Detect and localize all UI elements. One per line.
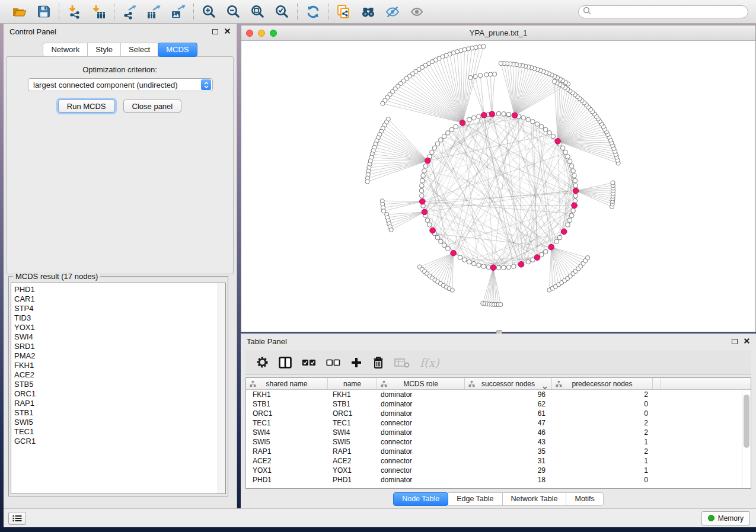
column-header-successor-nodes[interactable]: successor nodes — [465, 378, 552, 389]
refresh-icon[interactable] — [301, 2, 325, 22]
mcds-result-item[interactable]: PMA2 — [11, 351, 225, 361]
select-all-icon[interactable] — [302, 355, 316, 370]
eye-icon[interactable] — [404, 2, 429, 22]
close-panel-icon[interactable] — [224, 27, 231, 36]
table-row[interactable]: SWI4SWI4dominator462 — [246, 428, 751, 437]
memory-button[interactable]: Memory — [701, 511, 750, 525]
tab-select[interactable]: Select — [120, 43, 158, 57]
eye-slash-icon[interactable] — [380, 2, 404, 22]
table-cell: 43 — [465, 437, 552, 447]
table-row[interactable]: FKH1FKH1dominator962 — [246, 390, 751, 399]
save-icon[interactable] — [31, 2, 56, 22]
import-table-icon[interactable] — [87, 2, 111, 22]
table-scrollbar[interactable] — [744, 395, 749, 448]
table-row[interactable]: TEC1TEC1connector472 — [246, 418, 751, 428]
float-panel-icon[interactable] — [212, 29, 218, 34]
zoom-fit-icon[interactable] — [245, 2, 270, 22]
network-window-title: YPA_prune.txt_1 — [241, 28, 755, 37]
unselect-all-icon[interactable] — [326, 355, 340, 370]
export-network-icon[interactable] — [117, 2, 142, 22]
table-row[interactable]: STB1STB1dominator620 — [246, 399, 751, 409]
float-panel-icon[interactable] — [732, 339, 738, 344]
mcds-result-item[interactable]: RAP1 — [11, 399, 225, 408]
mcds-result-item[interactable]: PHD1 — [11, 285, 225, 294]
mcds-result-item[interactable]: FKH1 — [11, 361, 225, 370]
zoom-out-icon[interactable] — [221, 2, 245, 22]
close-panel-icon[interactable] — [744, 337, 750, 346]
table-row[interactable]: SWI5SWI5connector431 — [246, 437, 751, 447]
zoom-selected-icon[interactable] — [270, 2, 294, 22]
export-table-icon[interactable] — [142, 2, 166, 22]
task-history-button[interactable] — [8, 512, 26, 525]
criterion-label: Optimization criterion: — [7, 65, 233, 74]
tree-icon — [556, 380, 562, 389]
mcds-result-item[interactable]: YOX1 — [11, 323, 225, 332]
mcds-result-scrollbar[interactable] — [218, 283, 225, 493]
close-panel-button[interactable]: Close panel — [123, 100, 182, 113]
table-row[interactable]: ACE2ACE2connector311 — [246, 456, 751, 466]
table-row[interactable]: RAP1RAP1dominator352 — [246, 447, 751, 456]
show-columns-icon[interactable] — [279, 355, 292, 370]
tree-icon — [468, 380, 475, 389]
sort-desc-icon — [543, 383, 547, 391]
tab-style[interactable]: Style — [87, 43, 121, 57]
search-icon — [583, 7, 591, 17]
tab-network[interactable]: Network — [43, 43, 88, 57]
tab-edge-table[interactable]: Edge Table — [448, 492, 502, 506]
control-panel: Control Panel NetworkStyleSelectMCDS Opt… — [4, 24, 237, 508]
zoom-in-icon[interactable] — [197, 2, 221, 22]
column-header-shared-name[interactable]: shared name — [246, 378, 328, 389]
table-row[interactable]: ORC1ORC1dominator610 — [246, 409, 751, 418]
delete-table-icon[interactable] — [394, 355, 410, 370]
mcds-result-item[interactable]: SWI5 — [11, 418, 225, 427]
mcds-result-item[interactable]: ACE2 — [11, 370, 225, 380]
mcds-result-item[interactable]: SRD1 — [11, 342, 225, 351]
table-row[interactable]: YOX1YOX1connector291 — [246, 466, 751, 475]
add-row-icon[interactable] — [350, 355, 362, 370]
mcds-result-item[interactable]: GCR1 — [11, 437, 225, 446]
table-settings-icon[interactable] — [256, 355, 269, 370]
table-cell: 29 — [465, 466, 552, 475]
mcds-result-item[interactable]: STB1 — [11, 408, 225, 418]
tab-motifs[interactable]: Motifs — [566, 492, 603, 506]
search-field[interactable] — [578, 5, 748, 18]
binoculars-icon[interactable] — [356, 2, 380, 22]
mcds-result-item[interactable]: SWI4 — [11, 332, 225, 342]
table-cell: 0 — [552, 409, 653, 418]
column-header-stub — [653, 378, 661, 389]
network-canvas[interactable] — [241, 41, 755, 332]
network-graph[interactable] — [241, 41, 755, 332]
open-folder-icon[interactable] — [7, 2, 31, 22]
column-header-predecessor-nodes[interactable]: predecessor nodes — [552, 378, 653, 389]
table-cell: 62 — [465, 399, 552, 409]
mcds-result-item[interactable]: ORC1 — [11, 389, 225, 399]
tab-node-table[interactable]: Node Table — [393, 492, 448, 506]
table-cell: dominator — [377, 390, 465, 399]
export-image-icon[interactable] — [166, 2, 190, 22]
mcds-result-item[interactable]: TID3 — [11, 313, 225, 323]
run-mcds-button[interactable]: Run MCDS — [58, 100, 115, 113]
delete-row-icon[interactable] — [372, 355, 384, 370]
mcds-result-item[interactable]: CAR1 — [11, 294, 225, 304]
tab-network-table[interactable]: Network Table — [502, 492, 567, 506]
column-header-MCDS-role[interactable]: MCDS role — [377, 378, 465, 389]
mcds-result-item[interactable]: STB5 — [11, 380, 225, 389]
criterion-select-value: largest connected component (undirected) — [28, 81, 201, 89]
mcds-result-list: PHD1CAR1STP4TID3YOX1SWI4SRD1PMA2FKH1ACE2… — [11, 283, 225, 446]
memory-label: Memory — [718, 514, 744, 523]
mcds-result-item[interactable]: TEC1 — [11, 427, 225, 437]
criterion-select[interactable]: largest connected component (undirected) — [28, 78, 213, 91]
table-cell: dominator — [377, 409, 465, 418]
column-header-name[interactable]: name — [328, 378, 377, 389]
table-cell: RAP1 — [246, 447, 328, 456]
network-window-titlebar[interactable]: YPA_prune.txt_1 — [241, 25, 755, 41]
tab-mcds[interactable]: MCDS — [158, 43, 197, 57]
import-network-icon[interactable] — [62, 2, 87, 22]
control-panel-title: Control Panel — [9, 27, 56, 36]
node-table-header: shared namenameMCDS rolesuccessor nodesp… — [246, 378, 751, 390]
table-cell: connector — [377, 456, 465, 466]
search-input[interactable] — [591, 7, 748, 17]
table-row[interactable]: PHD1PHD1dominator180 — [246, 475, 751, 485]
duplicate-network-icon[interactable] — [331, 2, 356, 22]
mcds-result-item[interactable]: STP4 — [11, 304, 225, 313]
